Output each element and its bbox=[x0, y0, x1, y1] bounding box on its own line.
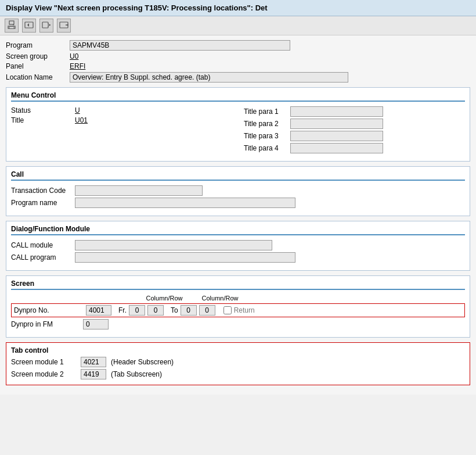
call-section: Call Transaction Code Program name bbox=[6, 166, 470, 216]
fr-row-value[interactable]: 0 bbox=[147, 305, 164, 316]
menu-control-section: Menu Control Status U Title U01 Title pa… bbox=[6, 87, 470, 162]
program-value[interactable]: SAPMV45B bbox=[70, 40, 290, 51]
panel-label: Panel bbox=[6, 62, 70, 70]
to-row-value[interactable]: 0 bbox=[199, 305, 215, 316]
screen-section: Screen Column/Row Column/Row Dynpro No. … bbox=[6, 275, 470, 338]
screen-group-value[interactable]: U0 bbox=[70, 52, 78, 60]
print-button[interactable] bbox=[5, 19, 19, 33]
screen-col-row-header: Column/Row Column/Row bbox=[11, 295, 465, 302]
back-icon bbox=[24, 20, 34, 31]
column-row-label1: Column/Row bbox=[141, 295, 187, 302]
menu-title-label: Title bbox=[11, 116, 75, 124]
dialog-title: Dialog/Function Module bbox=[11, 225, 465, 235]
panel-value[interactable]: ERFI bbox=[70, 62, 85, 70]
to-label: To bbox=[171, 306, 178, 314]
screen-group-label: Screen group bbox=[6, 52, 70, 60]
svg-point-3 bbox=[13, 24, 14, 25]
title-para4-row: Title para 4 bbox=[244, 143, 465, 153]
title-para4-value[interactable] bbox=[290, 143, 383, 153]
fr-label: Fr. bbox=[118, 306, 127, 314]
screen-group-row: Screen group U0 bbox=[6, 52, 470, 60]
call-title: Call bbox=[11, 170, 465, 181]
screen-module-1-info: (Header Subscreen) bbox=[111, 358, 174, 366]
call-program-value[interactable] bbox=[75, 252, 295, 263]
fr-col-value[interactable]: 0 bbox=[129, 305, 145, 316]
call-module-row: CALL module bbox=[11, 240, 465, 250]
exit-button[interactable] bbox=[39, 19, 53, 33]
back-button[interactable] bbox=[22, 19, 36, 33]
tab-control-section: Tab control Screen module 1 4021 (Header… bbox=[6, 342, 470, 385]
title-para2-value[interactable] bbox=[290, 119, 383, 129]
dynpro-fm-value[interactable]: 0 bbox=[83, 319, 109, 329]
call-module-value[interactable] bbox=[75, 240, 272, 250]
print-icon bbox=[7, 20, 16, 31]
svg-rect-5 bbox=[42, 22, 48, 28]
menu-control-title: Menu Control bbox=[11, 91, 465, 102]
return-checkbox-area: Return bbox=[223, 306, 255, 314]
screen-module-1-row: Screen module 1 4021 (Header Subscreen) bbox=[11, 357, 465, 367]
dynpro-no-label: Dynpro No. bbox=[14, 306, 84, 314]
program-name-value[interactable] bbox=[75, 198, 295, 208]
toolbar bbox=[0, 16, 476, 35]
location-name-value[interactable]: Overview: Entry B Suppl. sched. agree. (… bbox=[70, 72, 348, 83]
screen-module-2-row: Screen module 2 4419 (Tab Subscreen) bbox=[11, 369, 465, 379]
exit-icon bbox=[42, 20, 51, 31]
screen-module-2-label: Screen module 2 bbox=[11, 370, 81, 378]
to-col-value[interactable]: 0 bbox=[181, 305, 197, 316]
dynpro-fm-row: Dynpro in FM 0 bbox=[11, 319, 465, 329]
title-para2-row: Title para 2 bbox=[244, 119, 465, 129]
status-label: Status bbox=[11, 106, 75, 114]
return-checkbox[interactable] bbox=[223, 306, 232, 314]
dynpro-no-value[interactable]: 4001 bbox=[86, 305, 111, 316]
svg-rect-2 bbox=[9, 27, 14, 28]
status-row: Status U bbox=[11, 106, 232, 114]
screen-module-2-value[interactable]: 4419 bbox=[81, 369, 106, 379]
tab-control-title: Tab control bbox=[11, 346, 465, 354]
transaction-code-label: Transaction Code bbox=[11, 187, 75, 195]
title-para1-row: Title para 1 bbox=[244, 106, 465, 117]
program-name-label: Program name bbox=[11, 199, 75, 207]
title-para2-label: Title para 2 bbox=[244, 120, 290, 128]
screen-module-2-info: (Tab Subscreen) bbox=[111, 370, 162, 378]
status-value[interactable]: U bbox=[75, 106, 80, 114]
program-row: Program SAPMV45B bbox=[6, 40, 470, 51]
dynpro-no-row: Dynpro No. 4001 Fr. 0 0 To 0 0 Return bbox=[11, 303, 465, 317]
return-label: Return bbox=[234, 306, 255, 314]
title-bar: Display View "Next screen processing T18… bbox=[0, 0, 476, 16]
title-para3-label: Title para 3 bbox=[244, 132, 290, 140]
screen-module-1-value[interactable]: 4021 bbox=[81, 357, 106, 367]
dynpro-fm-label: Dynpro in FM bbox=[11, 320, 81, 328]
column-row-label2: Column/Row bbox=[197, 295, 243, 302]
title-para1-value[interactable] bbox=[290, 106, 383, 117]
program-label: Program bbox=[6, 41, 70, 49]
svg-rect-1 bbox=[9, 21, 14, 24]
cancel-button[interactable] bbox=[57, 19, 71, 33]
panel-row: Panel ERFI bbox=[6, 62, 470, 70]
screen-title: Screen bbox=[11, 280, 465, 290]
transaction-code-row: Transaction Code bbox=[11, 185, 465, 196]
location-name-label: Location Name bbox=[6, 73, 70, 81]
cancel-icon bbox=[59, 20, 68, 31]
screen-module-1-label: Screen module 1 bbox=[11, 358, 81, 366]
program-name-row: Program name bbox=[11, 198, 465, 208]
dialog-section: Dialog/Function Module CALL module CALL … bbox=[6, 221, 470, 271]
title-para3-value[interactable] bbox=[290, 131, 383, 141]
menu-title-value[interactable]: U01 bbox=[75, 116, 88, 124]
transaction-code-value[interactable] bbox=[75, 185, 203, 196]
call-program-row: CALL program bbox=[11, 252, 465, 263]
title-para3-row: Title para 3 bbox=[244, 131, 465, 141]
title-para1-label: Title para 1 bbox=[244, 108, 290, 116]
menu-title-row: Title U01 bbox=[11, 116, 232, 124]
call-module-label: CALL module bbox=[11, 241, 75, 249]
call-program-label: CALL program bbox=[11, 253, 75, 261]
title-para4-label: Title para 4 bbox=[244, 144, 290, 152]
location-name-row: Location Name Overview: Entry B Suppl. s… bbox=[6, 72, 470, 83]
